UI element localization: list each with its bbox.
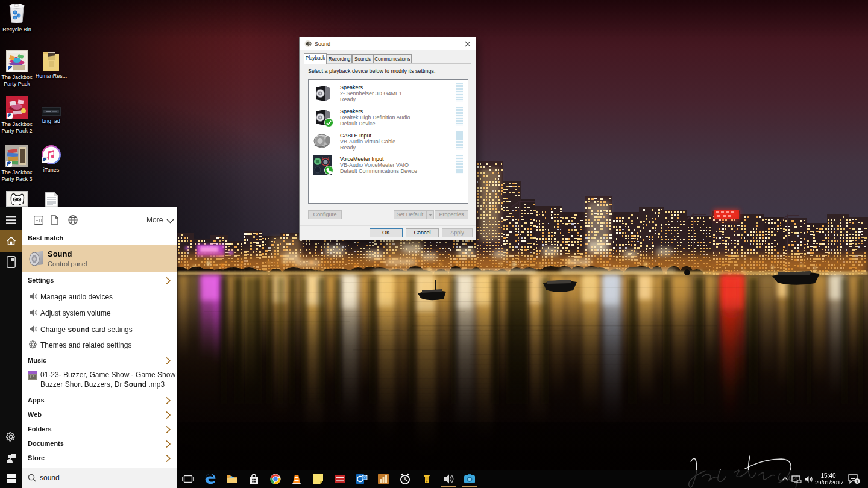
svg-text:1: 1 xyxy=(856,478,859,484)
